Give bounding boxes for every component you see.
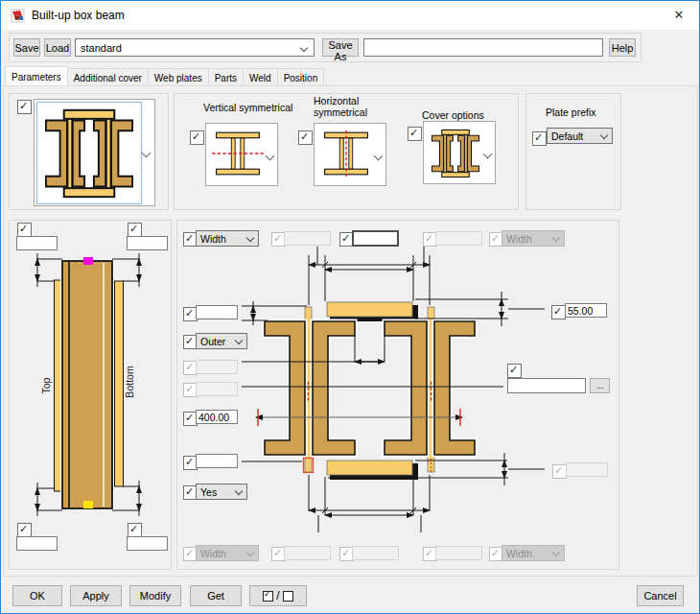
save-as-input[interactable] — [363, 38, 603, 57]
elevation-top-right-input[interactable] — [127, 236, 168, 250]
start-handle[interactable] — [83, 257, 93, 265]
cover-profile-checkbox[interactable] — [507, 364, 522, 378]
offset-bottom-input[interactable] — [196, 454, 238, 468]
horizontal-symmetrical-combo[interactable] — [314, 123, 386, 186]
continuous-dropdown[interactable]: Yes — [196, 484, 247, 500]
plate-prefix-checkbox[interactable] — [532, 131, 547, 146]
top-thickness-checkbox[interactable] — [551, 305, 566, 319]
browse-button[interactable]: ... — [590, 378, 610, 393]
bottom-width-dropdown[interactable]: Width — [196, 545, 259, 561]
elevation-top-right-checkbox[interactable] — [128, 223, 142, 237]
section-bottom-input-3[interactable] — [352, 546, 399, 560]
save-button[interactable]: Save — [13, 38, 40, 57]
box-section-thumbnail — [432, 126, 479, 181]
elevation-bottom-left-input[interactable] — [16, 536, 58, 551]
offset-top-input[interactable] — [196, 305, 238, 319]
cover-options-combo[interactable] — [423, 121, 496, 184]
section-top-input-3[interactable] — [352, 230, 399, 247]
elevation-bottom-right-input[interactable] — [127, 536, 168, 551]
tab-strip: ParametersAdditional coverWeb platesPart… — [5, 67, 323, 86]
chevron-down-icon — [246, 234, 254, 242]
section-top-input-4[interactable] — [435, 231, 482, 246]
plate-side-value: Outer — [200, 336, 225, 347]
vertical-symmetrical-combo[interactable] — [205, 123, 278, 186]
preview-image-frame — [36, 102, 142, 204]
save-as-button[interactable]: Save As — [322, 38, 359, 57]
cover-options-label: Cover options — [422, 109, 499, 121]
tab-parts[interactable]: Parts — [208, 68, 244, 86]
tab-additional-cover[interactable]: Additional cover — [67, 68, 149, 86]
cover-profile-input[interactable] — [507, 378, 586, 393]
right-side-plate — [115, 281, 124, 486]
tab-web-plates[interactable]: Web plates — [148, 68, 209, 86]
section-top-input-2[interactable] — [284, 231, 331, 246]
elevation-top-left-input[interactable] — [16, 236, 58, 250]
cancel-button[interactable]: Cancel — [637, 585, 684, 606]
elevation-top-left-checkbox[interactable] — [17, 223, 32, 237]
preset-combobox[interactable]: standard — [75, 38, 315, 57]
close-button[interactable]: ✕ — [663, 3, 695, 28]
preset-value: standard — [81, 42, 122, 54]
apply-button[interactable]: Apply — [70, 585, 122, 606]
section-left-input-3[interactable] — [196, 360, 238, 374]
chevron-down-icon — [235, 487, 243, 495]
top-width-right-value: Width — [506, 233, 532, 245]
title-bar: Built-up box beam ✕ — [1, 1, 699, 30]
ibeam-thumbnail — [211, 129, 265, 178]
top-width-dropdown-right[interactable]: Width — [502, 230, 565, 247]
chevron-down-icon — [266, 152, 275, 161]
checked-box-icon — [263, 591, 273, 602]
cover-options-checkbox[interactable] — [408, 127, 422, 141]
elevation-bottom-left-checkbox[interactable] — [17, 523, 32, 537]
bottom-thickness-input[interactable] — [566, 462, 608, 477]
unchecked-box-icon — [283, 591, 293, 602]
right-inner-angle — [385, 321, 427, 455]
plate-prefix-dropdown[interactable]: Default — [547, 128, 613, 144]
modify-button[interactable]: Modify — [129, 585, 181, 606]
toolbar-group: Save Load standard Save As Help — [9, 33, 642, 62]
end-handle[interactable] — [83, 501, 93, 508]
tab-parameters[interactable]: Parameters — [5, 66, 68, 85]
top-thickness-input[interactable] — [565, 303, 607, 318]
load-button[interactable]: Load — [44, 38, 71, 57]
bottom-width-dropdown-right[interactable]: Width — [502, 545, 565, 561]
section-bottom-input-2[interactable] — [284, 546, 331, 560]
horizontal-symmetrical-label: Horizontal symmetrical — [314, 95, 375, 118]
height-input[interactable] — [196, 410, 238, 424]
vertical-symmetrical-checkbox[interactable] — [190, 130, 204, 145]
top-width-dropdown[interactable]: Width — [196, 230, 259, 247]
bottom-thickness-checkbox[interactable] — [552, 464, 567, 479]
bottom-label: Bottom — [124, 366, 135, 398]
chevron-down-icon — [552, 234, 560, 242]
vertical-symmetrical-label: Vertical symmetrical — [203, 102, 299, 113]
section-bottom-input-4[interactable] — [435, 546, 482, 560]
elevation-group: Top Bottom — [9, 220, 172, 570]
get-button[interactable]: Get — [190, 585, 242, 606]
app-icon — [11, 9, 25, 23]
elevation-drawing: Top Bottom — [10, 221, 173, 571]
plate-prefix-label: Plate prefix — [546, 106, 596, 118]
tab-weld[interactable]: Weld — [243, 68, 278, 86]
chevron-down-icon — [300, 44, 308, 52]
ibeam-thumbnail — [319, 129, 373, 178]
tab-position[interactable]: Position — [277, 68, 325, 86]
plate-side-dropdown[interactable]: Outer — [196, 333, 247, 349]
chevron-down-icon — [246, 549, 254, 556]
horizontal-symmetrical-checkbox[interactable] — [298, 130, 313, 145]
preview-picture-combo[interactable] — [34, 99, 155, 206]
ok-button[interactable]: OK — [12, 585, 62, 606]
bottom-width-value: Width — [200, 548, 226, 559]
preview-checkbox[interactable] — [17, 100, 32, 114]
symmetry-group: Vertical symmetrical Horizontal symmetri… — [174, 93, 519, 210]
elevation-bottom-right-checkbox[interactable] — [128, 523, 142, 537]
chevron-down-icon — [600, 131, 608, 139]
chevron-down-icon — [142, 149, 152, 158]
help-button[interactable]: Help — [609, 38, 636, 57]
chevron-down-icon — [235, 337, 243, 344]
plate-prefix-value: Default — [551, 130, 583, 142]
toggle-all-checkboxes-button[interactable]: / — [249, 585, 307, 606]
top-cover-plate — [327, 302, 412, 317]
beam-web-elevation — [62, 261, 112, 508]
section-left-input-4[interactable] — [196, 382, 238, 396]
dialog-window: Built-up box beam ✕ Save Load standard S… — [0, 0, 700, 614]
